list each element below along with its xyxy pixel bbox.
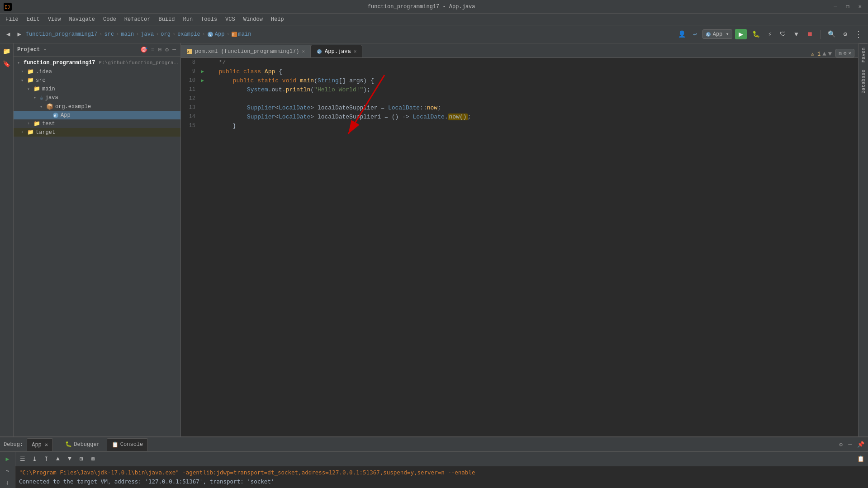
step-into-icon[interactable]: ↓ <box>2 477 13 488</box>
maven-tab[interactable]: Maven <box>859 43 868 66</box>
tree-label-org-example: org.example <box>55 104 91 110</box>
project-view-icon[interactable]: 📁 <box>1 45 13 57</box>
code-line-9: 9 ▶ public class App { <box>181 67 858 76</box>
maven-badge[interactable]: m ⚙ ✕ <box>835 49 854 57</box>
menu-window[interactable]: Window <box>240 15 266 24</box>
breadcrumb: function_programming17 › src › main › ja… <box>26 31 674 38</box>
more-run-button[interactable]: ▼ <box>792 29 801 39</box>
tree-label-java: java <box>45 95 58 101</box>
tree-item-root[interactable]: ▾ function_programming17 E:\github\funct… <box>14 58 180 67</box>
tab-close-pom[interactable]: ✕ <box>302 48 305 54</box>
console-area: ☰ ⤓ ⤒ ▲ ▼ ⊞ ⊠ 📋 "C:\Program Files\Java\j… <box>15 452 868 488</box>
coverage-button[interactable]: 🛡 <box>777 29 789 39</box>
database-tab[interactable]: Database <box>859 66 868 97</box>
gear-icon[interactable]: ⚙ <box>164 45 170 54</box>
menu-file[interactable]: File <box>2 15 22 24</box>
run-button[interactable]: ▶ <box>735 29 747 39</box>
menu-build[interactable]: Build <box>155 15 178 24</box>
breadcrumb-java[interactable]: java <box>141 31 154 38</box>
step-over-icon[interactable]: ↷ <box>2 465 13 476</box>
console-up-icon[interactable]: ▲ <box>52 454 63 464</box>
console-toolbar: ☰ ⤓ ⤒ ▲ ▼ ⊞ ⊠ 📋 <box>15 452 868 466</box>
stop-button[interactable]: ⏹ <box>804 29 816 39</box>
search-everywhere-button[interactable]: 🔍 <box>825 29 838 39</box>
breadcrumb-main-method[interactable]: m main <box>232 31 251 38</box>
svg-text:A: A <box>707 33 709 37</box>
console-output[interactable]: "C:\Program Files\Java\jdk-17.0.1\bin\ja… <box>15 466 868 488</box>
settings-button[interactable]: ⚙ <box>841 29 850 39</box>
menu-run[interactable]: Run <box>179 15 196 24</box>
java-folder-icon: ☕ <box>40 94 43 101</box>
line-run-10[interactable]: ▶ <box>199 78 206 83</box>
maven-close-icon[interactable]: ✕ <box>848 50 851 56</box>
debug-minimize-icon[interactable]: — <box>846 440 854 449</box>
breadcrumb-example[interactable]: example <box>177 31 200 38</box>
breadcrumb-project[interactable]: function_programming17 <box>26 31 97 38</box>
breadcrumb-app[interactable]: A App <box>207 31 225 38</box>
console-scroll-up-icon[interactable]: ⤒ <box>41 454 52 464</box>
close-button[interactable]: ✕ <box>856 2 864 11</box>
scroll-down-icon[interactable]: ▼ <box>828 50 832 57</box>
menu-vcs[interactable]: VCS <box>222 15 239 24</box>
filter-icon[interactable]: ⊟ <box>157 45 163 54</box>
editor-content[interactable]: 8 */ 9 ▶ public class App { 10 ▶ public … <box>181 58 858 436</box>
tree-item-src[interactable]: ▾ 📁 src <box>14 76 180 85</box>
maximize-button[interactable]: ❐ <box>844 2 852 11</box>
svg-text:A: A <box>209 33 211 38</box>
back-button[interactable]: ◀ <box>4 29 13 39</box>
menu-code[interactable]: Code <box>100 15 120 24</box>
run-configuration-dropdown[interactable]: A App ▾ <box>702 29 732 39</box>
more-button[interactable]: ⋮ <box>853 29 864 39</box>
project-tree: ▾ function_programming17 E:\github\funct… <box>14 57 180 436</box>
locate-icon[interactable]: 🎯 <box>139 45 148 54</box>
debugger-tab[interactable]: 🐛 Debugger <box>60 438 105 451</box>
package-icon: 📦 <box>46 103 53 110</box>
menu-refactor[interactable]: Refactor <box>121 15 154 24</box>
breadcrumb-main[interactable]: main <box>121 31 134 38</box>
tab-app-java[interactable]: J App.java ✕ <box>311 45 362 57</box>
folder-icon: 📁 <box>33 120 40 127</box>
maven-settings-icon: ⚙ <box>844 50 847 56</box>
undo-button[interactable]: ↩ <box>690 29 699 39</box>
menu-edit[interactable]: Edit <box>23 15 43 24</box>
git-icon[interactable]: 👤 <box>675 29 688 39</box>
bookmark-icon[interactable]: 🔖 <box>1 58 13 70</box>
console-filter-icon[interactable]: ☰ <box>17 454 28 464</box>
console-clear-icon[interactable]: ⊠ <box>88 454 99 464</box>
console-tab[interactable]: 📋 Console <box>107 438 148 451</box>
minimize-button[interactable]: — <box>831 2 840 11</box>
line-num-8: 8 <box>181 59 199 66</box>
tab-close-app[interactable]: ✕ <box>354 48 357 54</box>
profile-button[interactable]: ⚡ <box>765 29 774 39</box>
menu-navigate[interactable]: Navigate <box>65 15 99 24</box>
menu-tools[interactable]: Tools <box>197 15 221 24</box>
tree-item-java[interactable]: ▾ ☕ java <box>14 93 180 102</box>
breadcrumb-src[interactable]: src <box>104 31 114 38</box>
console-settings-icon[interactable]: 📋 <box>855 454 866 464</box>
scroll-up-icon[interactable]: ▲ <box>822 50 826 57</box>
console-table-icon[interactable]: ⊞ <box>76 454 87 464</box>
line-run-9[interactable]: ▶ <box>199 69 206 74</box>
debug-pin-icon[interactable]: 📌 <box>857 441 864 448</box>
tree-item-org-example[interactable]: ▾ 📦 org.example <box>14 102 180 111</box>
tab-pom-xml[interactable]: X pom.xml (function_programming17) ✕ <box>181 45 311 57</box>
expand-icon[interactable]: ≡ <box>150 45 156 54</box>
forward-button[interactable]: ▶ <box>14 29 24 39</box>
console-down-icon[interactable]: ▼ <box>64 454 75 464</box>
line-content-13: Supplier<LocalDate> localDateSupplier = … <box>206 104 858 111</box>
console-scroll-end-icon[interactable]: ⤓ <box>29 454 40 464</box>
tree-item-idea[interactable]: › 📁 .idea <box>14 67 180 76</box>
close-panel-icon[interactable]: — <box>171 45 177 54</box>
tree-item-target[interactable]: › 📁 target <box>14 128 180 137</box>
tree-item-app[interactable]: › A App <box>14 111 180 119</box>
breadcrumb-org[interactable]: org <box>161 31 171 38</box>
menu-view[interactable]: View <box>44 15 65 24</box>
debug-settings-icon[interactable]: ⚙ <box>837 440 844 449</box>
debug-button[interactable]: 🐛 <box>749 29 763 39</box>
project-dropdown-icon[interactable]: ▾ <box>43 47 46 52</box>
debug-session-tab[interactable]: App ✕ <box>27 438 53 451</box>
tree-item-test[interactable]: › 📁 test <box>14 119 180 128</box>
menu-help[interactable]: Help <box>267 15 288 24</box>
tree-item-main[interactable]: ▾ 📁 main <box>14 85 180 93</box>
resume-icon[interactable]: ▶ <box>2 454 13 464</box>
